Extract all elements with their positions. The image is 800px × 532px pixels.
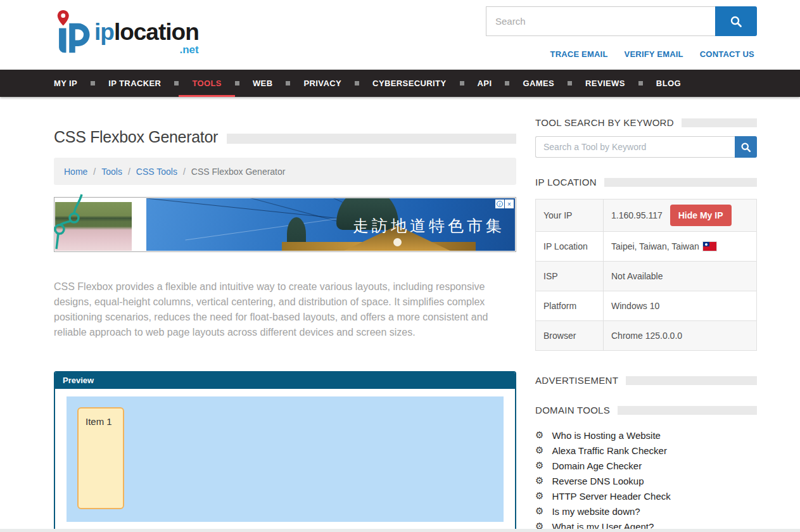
logo-wordmark: iplocation .net — [94, 20, 199, 55]
nav-item-tools[interactable]: TOOLS — [179, 70, 235, 97]
header-search — [486, 6, 757, 36]
heading-decoration — [682, 118, 757, 127]
site-header: iplocation .net TRACE EMAIL VER — [0, 0, 800, 70]
nav-separator — [235, 81, 239, 86]
contact-us-link[interactable]: CONTACT US — [700, 49, 754, 59]
nav-separator — [568, 81, 572, 86]
gear-icon: ⚙ — [535, 476, 543, 486]
ad-building-clock — [393, 238, 402, 246]
logo-mark-icon — [54, 9, 91, 57]
domain-tool-link-hosting[interactable]: Who is Hosting a Website — [552, 430, 660, 441]
platform-value: Windows 10 — [604, 291, 757, 321]
header-search-input[interactable] — [486, 6, 715, 36]
tool-search-button[interactable] — [735, 136, 757, 158]
header-search-button[interactable] — [715, 6, 757, 36]
isp-value: Not Available — [604, 262, 757, 291]
hide-my-ip-button[interactable]: Hide My IP — [670, 205, 732, 226]
nav-item-api[interactable]: API — [464, 70, 505, 97]
ad-image-building[interactable]: 走訪地道特色市集 i × — [146, 198, 515, 251]
gear-icon: ⚙ — [535, 461, 543, 471]
site-logo[interactable]: iplocation .net — [54, 0, 199, 70]
flexbox-preview-container: Item 1 — [67, 396, 504, 522]
breadcrumb-separator: / — [93, 167, 96, 177]
logo-text-location: location — [114, 19, 199, 45]
nav-separator — [91, 81, 95, 86]
domain-tool-link-domain-age[interactable]: Domain Age Checker — [552, 460, 642, 471]
table-row: IP Location Taipei, Taiwan, Taiwan — [536, 232, 757, 262]
domain-tool-link-website-down[interactable]: Is my website down? — [552, 506, 640, 517]
advertisement-heading: ADVERTISEMENT — [535, 375, 757, 386]
row-label: Platform — [536, 291, 604, 321]
breadcrumb-tools[interactable]: Tools — [101, 167, 122, 177]
nav-item-games[interactable]: GAMES — [509, 70, 568, 97]
nav-item-cybersecurity[interactable]: CYBERSECURITY — [359, 70, 459, 97]
main-content: CSS Flexbox Generator Home / Tools / CSS… — [54, 97, 516, 532]
main-nav: MY IP IP TRACKER TOOLS WEB PRIVACY CYBER… — [0, 70, 800, 97]
nav-separator — [460, 81, 464, 86]
list-item: ⚙ Alexa Traffic Rank Checker — [535, 445, 757, 456]
page-title: CSS Flexbox Generator — [54, 128, 218, 146]
breadcrumb-home[interactable]: Home — [64, 167, 87, 177]
gear-icon: ⚙ — [535, 446, 543, 455]
preview-panel: Preview Item 1 — [54, 371, 516, 532]
ad-route-line-decoration — [55, 197, 132, 256]
sidebar: TOOL SEARCH BY KEYWORD IP LOCATION — [535, 97, 757, 532]
ip-location-table: Your IP 1.160.95.117 Hide My IP IP Locat… — [535, 199, 757, 351]
gear-icon: ⚙ — [535, 431, 543, 440]
breadcrumb: Home / Tools / CSS Tools / CSS Flexbox G… — [54, 158, 516, 185]
gear-icon: ⚙ — [535, 491, 543, 501]
tool-description: CSS Flexbox provides a flexible and intu… — [54, 279, 505, 340]
ad-banner: 走訪地道特色市集 i × — [54, 197, 516, 252]
row-label: ISP — [536, 262, 604, 291]
row-label: IP Location — [536, 232, 604, 262]
heading-decoration — [604, 178, 757, 187]
nav-item-web[interactable]: WEB — [239, 70, 286, 97]
breadcrumb-separator: / — [128, 167, 130, 177]
tool-search — [535, 136, 757, 158]
ip-location-value: Taipei, Taiwan, Taiwan — [611, 241, 699, 251]
page-bottom-strip — [0, 529, 800, 532]
heading-decoration — [227, 134, 516, 144]
ad-close-icon[interactable]: × — [505, 200, 514, 208]
nav-separator — [174, 81, 179, 86]
preview-panel-body: Item 1 — [55, 389, 515, 531]
logo-text-net: .net — [94, 44, 199, 55]
taiwan-flag-icon — [703, 242, 716, 251]
nav-separator — [286, 81, 290, 86]
nav-item-privacy[interactable]: PRIVACY — [290, 70, 355, 97]
preview-panel-header: Preview — [55, 372, 515, 389]
table-row: Your IP 1.160.95.117 Hide My IP — [536, 200, 757, 232]
ad-image-landscape[interactable] — [55, 202, 132, 251]
domain-tools-list: ⚙ Who is Hosting a Website ⚙ Alexa Traff… — [535, 430, 757, 532]
domain-tool-link-reverse-dns[interactable]: Reverse DNS Lookup — [552, 476, 644, 486]
verify-email-link[interactable]: VERIFY EMAIL — [625, 49, 683, 59]
nav-item-my-ip[interactable]: MY IP — [54, 70, 91, 97]
nav-separator — [638, 81, 643, 86]
search-icon — [740, 142, 751, 153]
trace-email-link[interactable]: TRACE EMAIL — [550, 49, 608, 59]
browser-value: Chrome 125.0.0.0 — [604, 321, 757, 351]
nav-item-ip-tracker[interactable]: IP TRACKER — [95, 70, 174, 97]
flexbox-preview-item: Item 1 — [77, 407, 124, 509]
list-item: ⚙ HTTP Server Header Check — [535, 491, 757, 502]
table-row: Platform Windows 10 — [536, 291, 757, 321]
breadcrumb-separator: / — [183, 167, 186, 177]
nav-separator — [505, 81, 509, 86]
domain-tool-link-alexa-rank[interactable]: Alexa Traffic Rank Checker — [552, 445, 666, 456]
ad-info-icon[interactable]: i — [495, 200, 504, 208]
tool-search-input[interactable] — [535, 136, 735, 158]
breadcrumb-css-tools[interactable]: CSS Tools — [136, 167, 177, 177]
location-pin-icon — [58, 10, 69, 26]
search-icon — [730, 15, 742, 28]
domain-tool-link-http-header[interactable]: HTTP Server Header Check — [552, 491, 670, 502]
ip-location-heading: IP LOCATION — [535, 177, 757, 187]
ad-overlay-text: 走訪地道特色市集 — [353, 215, 505, 236]
gear-icon: ⚙ — [535, 507, 543, 516]
nav-item-blog[interactable]: BLOG — [643, 70, 694, 97]
list-item: ⚙ Domain Age Checker — [535, 460, 757, 471]
nav-separator — [355, 81, 359, 86]
nav-item-reviews[interactable]: REVIEWS — [572, 70, 638, 97]
heading-decoration — [626, 376, 757, 385]
list-item: ⚙ Who is Hosting a Website — [535, 430, 757, 441]
page: iplocation .net TRACE EMAIL VER — [0, 0, 800, 532]
